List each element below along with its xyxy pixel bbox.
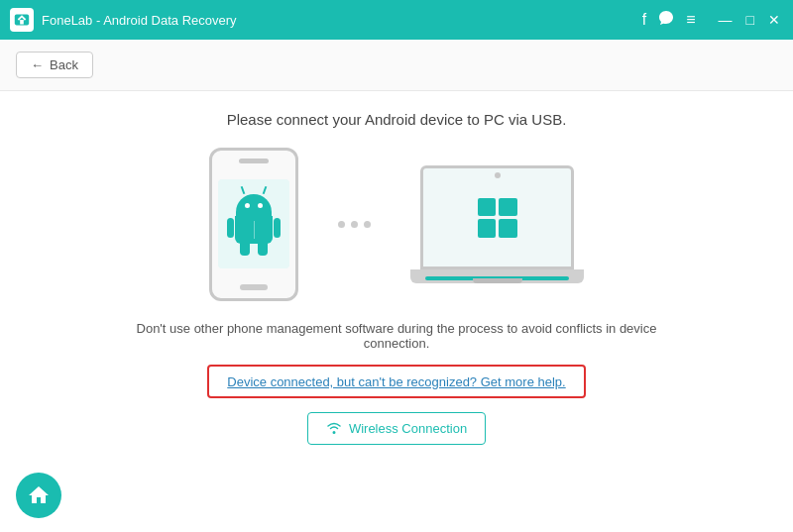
help-link[interactable]: Device connected, but can't be recognize… (227, 374, 565, 389)
menu-icon[interactable]: ≡ (686, 11, 695, 29)
phone-screen (218, 179, 289, 268)
wifi-icon (326, 420, 342, 437)
title-bar-right: f ≡ — □ ✕ (642, 10, 783, 30)
facebook-icon[interactable]: f (642, 11, 646, 29)
robot-arm-left (227, 218, 234, 238)
laptop-stripe (425, 276, 569, 280)
robot-antenna-left (241, 186, 246, 194)
phone-illustration (209, 148, 298, 301)
laptop-illustration (410, 165, 584, 283)
wireless-label: Wireless Connection (349, 421, 467, 436)
warning-text: Don't use other phone management softwar… (109, 321, 684, 351)
window-controls: — □ ✕ (716, 12, 783, 28)
dots-separator (338, 221, 371, 228)
phone-speaker (239, 159, 269, 163)
robot-body (235, 216, 273, 244)
windows-logo (478, 198, 517, 238)
svg-rect-1 (20, 20, 24, 25)
win-tile-1 (478, 198, 497, 217)
laptop-screen (420, 165, 574, 269)
dot-1 (338, 221, 345, 228)
title-bar-left: FoneLab - Android Data Recovery (10, 8, 237, 32)
chat-icon[interactable] (658, 10, 674, 30)
win-tile-4 (499, 219, 517, 238)
title-bar: FoneLab - Android Data Recovery f ≡ — □ … (0, 0, 793, 40)
win-tile-2 (499, 198, 517, 217)
close-button[interactable]: ✕ (765, 12, 783, 28)
content-area: ← Back Please connect your Android devic… (0, 40, 793, 532)
illustration (209, 148, 584, 301)
help-link-box[interactable]: Device connected, but can't be recognize… (207, 365, 585, 398)
back-label: Back (50, 57, 78, 72)
robot-body-line (254, 221, 255, 239)
robot-leg-right (258, 242, 268, 256)
main-body: Please connect your Android device to PC… (0, 91, 793, 532)
phone-home-button (240, 284, 268, 290)
dot-3 (364, 221, 371, 228)
instruction-text: Please connect your Android device to PC… (227, 111, 567, 128)
top-bar: ← Back (0, 40, 793, 91)
robot-eye-left (245, 203, 250, 208)
robot-antenna-right (263, 186, 268, 194)
robot-leg-left (240, 242, 250, 256)
laptop-base (410, 269, 584, 283)
home-button[interactable] (16, 473, 61, 518)
robot-arm-right (274, 218, 281, 238)
back-arrow-icon: ← (31, 57, 44, 72)
back-button[interactable]: ← Back (16, 52, 93, 78)
app-logo (10, 8, 34, 32)
dot-2 (351, 221, 358, 228)
robot-eye-right (258, 203, 263, 208)
win-tile-3 (478, 219, 497, 238)
robot-head (236, 194, 272, 216)
maximize-button[interactable]: □ (743, 12, 757, 28)
wireless-connection-button[interactable]: Wireless Connection (307, 412, 486, 445)
app-title: FoneLab - Android Data Recovery (42, 13, 237, 28)
android-robot (229, 194, 279, 254)
laptop-camera (495, 172, 501, 178)
phone-device (209, 148, 298, 301)
minimize-button[interactable]: — (716, 12, 736, 28)
